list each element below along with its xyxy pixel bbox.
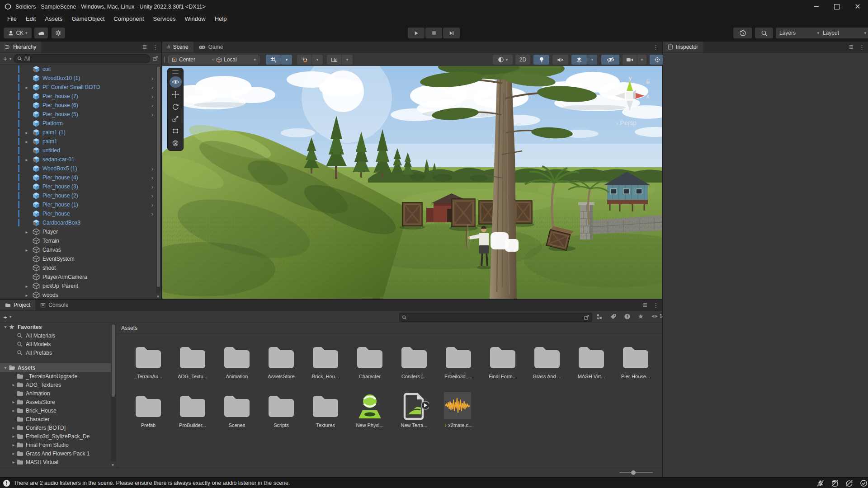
asset-item[interactable]: Scripts xyxy=(259,388,303,436)
toolbar-grip[interactable] xyxy=(164,56,169,63)
favorites-star-icon[interactable]: ★ xyxy=(638,313,644,320)
tab-scene[interactable]: # Scene xyxy=(162,42,193,52)
expand-arrow-icon[interactable]: ▸ xyxy=(11,408,16,413)
hierarchy-item[interactable]: untitled xyxy=(0,146,161,155)
expand-arrow-icon[interactable]: ▸ xyxy=(11,382,16,387)
hierarchy-item[interactable]: ▸sedan-car-01 xyxy=(0,155,161,164)
hierarchy-item[interactable]: shoot xyxy=(0,263,161,272)
expand-arrow-icon[interactable]: ▸ xyxy=(24,284,30,289)
expand-arrow-icon[interactable]: ▸ xyxy=(11,442,16,447)
asset-item[interactable]: Animation xyxy=(215,339,259,388)
create-object-dropdown[interactable]: ▾ xyxy=(9,56,12,61)
menu-help[interactable]: Help xyxy=(210,13,231,24)
menu-assets[interactable]: Assets xyxy=(40,13,67,24)
overlay-grip[interactable] xyxy=(172,70,179,74)
expand-arrow-icon[interactable]: ▸ xyxy=(24,248,30,253)
expand-arrow-icon[interactable]: ▸ xyxy=(24,230,30,235)
step-button[interactable] xyxy=(443,28,460,38)
projection-label[interactable]: ‹ Persp xyxy=(616,119,637,127)
increment-snap-toggle[interactable] xyxy=(327,55,341,65)
transform-tool-button[interactable] xyxy=(170,137,182,149)
hierarchy-item[interactable]: EventSystem xyxy=(0,254,161,263)
snap-toggle[interactable] xyxy=(297,55,311,65)
open-prefab-chevron[interactable]: › xyxy=(151,183,153,190)
hierarchy-item[interactable]: Pier_house (6)› xyxy=(0,101,161,110)
hierarchy-item[interactable]: PlayerArmCamera xyxy=(0,272,161,282)
grid-options-dropdown[interactable]: ▾ xyxy=(281,55,292,65)
cache-server-disconnected-icon[interactable] xyxy=(831,479,839,487)
hierarchy-item[interactable]: ▸palm1 (1) xyxy=(0,128,161,137)
project-tree-item[interactable]: ▸AssetsStore xyxy=(0,398,116,406)
expand-arrow-icon[interactable]: ▸ xyxy=(11,425,16,430)
asset-item[interactable]: Erbeilo3d_... xyxy=(436,339,481,388)
audio-toggle[interactable] xyxy=(552,55,568,65)
menu-services[interactable]: Services xyxy=(149,13,180,24)
open-prefab-chevron[interactable]: › xyxy=(151,202,153,208)
hierarchy-item[interactable]: ▸PF Conifer Small BOTD› xyxy=(0,83,161,92)
hierarchy-item[interactable]: ▸Canvas xyxy=(0,245,161,254)
open-prefab-chevron[interactable]: › xyxy=(151,93,153,100)
lighting-toggle[interactable] xyxy=(533,55,549,65)
expand-arrow-icon[interactable]: ▸ xyxy=(11,434,16,439)
services-button[interactable] xyxy=(52,28,65,38)
cloud-button[interactable] xyxy=(34,28,48,38)
open-prefab-chevron[interactable]: › xyxy=(151,111,153,118)
hierarchy-item[interactable]: Pier_house (2)› xyxy=(0,191,161,200)
asset-item[interactable]: Brick_Hou... xyxy=(303,339,348,388)
layers-dropdown[interactable]: Layers ▾ xyxy=(776,28,823,38)
open-search-window-icon[interactable] xyxy=(584,314,590,320)
draw-mode-dropdown[interactable]: ▾ xyxy=(493,55,513,65)
asset-item[interactable]: Textures xyxy=(303,388,348,436)
project-tree-item[interactable]: All Prefabs xyxy=(0,348,116,357)
hierarchy-scrollbar[interactable]: ▼ xyxy=(156,66,161,293)
hierarchy-item[interactable]: ▸woods xyxy=(0,291,161,300)
maximize-button[interactable] xyxy=(826,0,847,13)
expand-arrow-icon[interactable]: ▾ xyxy=(3,365,8,370)
scene-camera-button[interactable] xyxy=(623,55,637,65)
hierarchy-item[interactable]: WoodBox10 (1)› xyxy=(0,74,161,83)
expand-arrow-icon[interactable]: ▸ xyxy=(11,451,16,456)
move-tool-button[interactable] xyxy=(170,89,182,100)
create-asset-dropdown[interactable]: ▾ xyxy=(9,314,12,319)
project-tree-scrollbar[interactable]: ▼ xyxy=(111,324,116,462)
hierarchy-item[interactable]: Pier_house (3)› xyxy=(0,182,161,191)
tab-project[interactable]: Project xyxy=(0,300,35,310)
hierarchy-item[interactable]: Pier_house (5)› xyxy=(0,110,161,119)
project-tree-item[interactable]: ▸Conifers [BOTD] xyxy=(0,423,116,432)
layout-dropdown[interactable]: Layout ▾ xyxy=(819,28,868,38)
asset-item[interactable]: AssetsStore xyxy=(259,339,303,388)
search-button[interactable] xyxy=(755,28,773,38)
zoom-slider-knob[interactable] xyxy=(631,470,636,475)
open-prefab-chevron[interactable]: › xyxy=(151,75,153,82)
project-tree-item[interactable]: ▸Erbeilo3d_StylizePack_De xyxy=(0,432,116,441)
close-button[interactable]: ✕ xyxy=(847,0,868,13)
project-tree-item[interactable]: ▸Final Form Studio xyxy=(0,441,116,449)
tab-hierarchy[interactable]: Hierarchy xyxy=(0,42,41,52)
asset-item[interactable]: New Terra... xyxy=(392,388,436,436)
hierarchy-item[interactable]: Pier_house (4)› xyxy=(0,173,161,182)
hierarchy-item[interactable]: WoodBox5 (1)› xyxy=(0,164,161,173)
project-tree-item[interactable]: ▸MASH Virtual xyxy=(0,458,116,466)
account-dropdown[interactable]: CK ▾ xyxy=(4,28,32,38)
menu-edit[interactable]: Edit xyxy=(21,13,40,24)
asset-item[interactable]: MASH Virt... xyxy=(569,339,613,388)
minimize-button[interactable] xyxy=(806,0,826,13)
hierarchy-item[interactable]: Terrain xyxy=(0,236,161,245)
auto-refresh-disabled-icon[interactable] xyxy=(845,479,853,487)
search-by-type-icon[interactable] xyxy=(596,313,603,320)
tab-game[interactable]: Game xyxy=(193,42,228,52)
expand-arrow-icon[interactable]: ▸ xyxy=(24,157,30,162)
open-prefab-chevron[interactable]: › xyxy=(151,192,153,199)
panel-menu-icon[interactable]: ⋮ xyxy=(653,44,659,51)
hierarchy-item[interactable]: Platform xyxy=(0,119,161,128)
activity-ok-icon[interactable] xyxy=(860,479,868,487)
asset-item[interactable]: Conifers [... xyxy=(392,339,436,388)
hierarchy-item[interactable]: coil xyxy=(0,65,161,74)
asset-item[interactable]: Scenes xyxy=(215,388,259,436)
pause-button[interactable] xyxy=(425,28,442,38)
panel-list-icon[interactable] xyxy=(142,44,147,50)
snap-options-dropdown[interactable]: ▾ xyxy=(312,55,323,65)
debugger-disabled-icon[interactable] xyxy=(816,479,824,487)
asset-item[interactable]: ♪x2mate.c... xyxy=(436,388,481,436)
project-tree-item[interactable]: All Materials xyxy=(0,331,116,340)
